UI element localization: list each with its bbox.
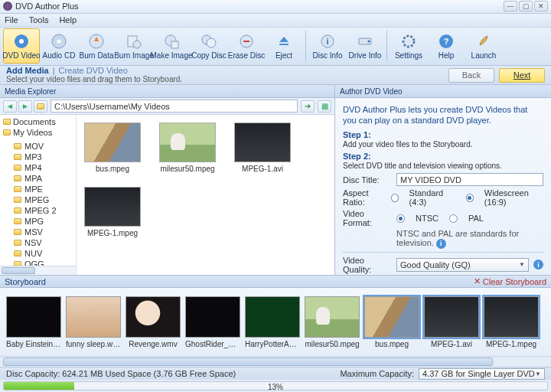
erase-disc-icon — [237, 32, 256, 51]
storyboard-item[interactable]: MPEG-1.mpeg — [484, 296, 539, 348]
thumbnail-label: milesur50.mpeg — [160, 165, 214, 173]
tool-dvd-video[interactable]: DVD Video — [3, 28, 40, 64]
storyboard-image — [424, 296, 479, 338]
tool-burn-image[interactable]: Burn Image — [116, 28, 152, 64]
go-button[interactable]: ➔ — [301, 100, 315, 113]
folder-icon — [14, 207, 21, 214]
toolbar: DVD Video Audio CD Burn Data Burn Image … — [0, 28, 551, 66]
storyboard-item[interactable]: Baby Einstein - Ba... — [6, 296, 61, 348]
tool-settings[interactable]: Settings — [390, 28, 427, 64]
radio-widescreen-label: Widescreen (16:9) — [484, 188, 543, 207]
tool-disc-info[interactable]: i Disc Info — [309, 28, 346, 64]
addmedia-bar: Add Media | Create DVD Video Select your… — [0, 66, 551, 86]
storyboard-scrollbar[interactable] — [0, 356, 551, 367]
tree-item[interactable]: MSV — [0, 227, 76, 237]
storyboard-label: MPEG-1.avi — [431, 340, 472, 348]
menu-file[interactable]: File — [5, 15, 18, 24]
progress-label: 13% — [268, 383, 283, 390]
info-icon[interactable]: i — [436, 239, 446, 249]
media-explorer-panel: Media Explorer ◄ ► C:\Users\Username\My … — [0, 85, 335, 275]
dvd-video-icon — [12, 32, 31, 51]
disc-title-input[interactable]: MY VIDEO DVD — [396, 173, 543, 186]
svg-rect-8 — [171, 41, 178, 48]
radio-ntsc[interactable] — [396, 214, 405, 223]
window-title: DVD Author Plus — [15, 2, 504, 11]
storyboard-item[interactable]: MPEG-1.avi — [424, 296, 479, 348]
storyboard-item[interactable]: Revenge.wmv — [126, 296, 181, 348]
next-button[interactable]: Next — [499, 68, 545, 83]
video-quality-select[interactable]: Good Quality (GQ)▼ — [396, 258, 529, 272]
aspect-ratio-label: Aspect Ratio: — [343, 188, 386, 207]
folder-icon — [14, 165, 21, 171]
chevron-down-icon: ▼ — [535, 371, 541, 377]
tool-launch[interactable]: Launch — [465, 28, 502, 64]
storyboard-item[interactable]: milesur50.mpeg — [305, 296, 360, 348]
menubar: File Tools Help — [0, 14, 551, 28]
thumbnail-item[interactable]: bus.mpeg — [83, 122, 142, 173]
thumbnail-item[interactable]: MPEG-1.avi — [233, 122, 292, 173]
storyboard-item[interactable]: bus.mpeg — [364, 296, 419, 348]
storyboard-item[interactable]: funny sleep.wmv — [66, 296, 121, 348]
storyboard-label: MPEG-1.mpeg — [486, 340, 536, 348]
thumbnail-label: bus.mpeg — [96, 165, 129, 173]
tree-item[interactable]: MOV — [0, 141, 76, 152]
radio-standard[interactable] — [391, 194, 399, 202]
tool-drive-info[interactable]: Drive Info — [347, 28, 383, 64]
tree-scrollbar[interactable] — [0, 266, 76, 275]
nav-up-button[interactable] — [34, 100, 47, 113]
panels: Media Explorer ◄ ► C:\Users\Username\My … — [0, 85, 551, 275]
tree-item[interactable]: MP3 — [0, 152, 76, 162]
tool-audio-cd[interactable]: Audio CD — [41, 28, 77, 64]
toolbar-separator — [305, 31, 306, 61]
tree-item[interactable]: MPA — [0, 173, 76, 184]
tree-my-videos[interactable]: My Videos — [3, 127, 73, 138]
tool-erase-disc[interactable]: Erase Disc — [228, 28, 265, 64]
svg-point-10 — [207, 38, 216, 47]
radio-widescreen[interactable] — [466, 194, 474, 202]
storyboard-image — [6, 296, 61, 338]
tool-copy-disc[interactable]: Copy Disc — [191, 28, 227, 64]
tool-eject[interactable]: Eject — [266, 28, 302, 64]
nav-fwd-button[interactable]: ► — [18, 100, 32, 113]
tree-item[interactable]: MPG — [0, 216, 76, 227]
status-bar: Disc Capacity: 624.21 MB Used Space (3.7… — [0, 367, 551, 380]
clear-storyboard-button[interactable]: ✕Clear Storyboard — [474, 276, 546, 286]
storyboard[interactable]: Baby Einstein - Ba...funny sleep.wmvReve… — [0, 288, 551, 356]
video-format-label: Video Format: — [343, 209, 392, 227]
radio-ntsc-label: NTSC — [416, 214, 439, 223]
thumbnail-item[interactable]: MPEG-1.mpeg — [83, 187, 142, 237]
storyboard-item[interactable]: HarryPotterAndTh... — [245, 296, 300, 348]
back-button[interactable]: Back — [448, 68, 494, 83]
menu-tools[interactable]: Tools — [29, 15, 49, 24]
folder-icon — [14, 229, 21, 235]
tool-make-image[interactable]: Make Image — [153, 28, 190, 64]
radio-pal[interactable] — [449, 214, 458, 223]
maximize-button[interactable]: ▢ — [519, 1, 533, 11]
tree-item[interactable]: MPEG — [0, 194, 76, 205]
tool-burn-data[interactable]: Burn Data — [78, 28, 115, 64]
close-button[interactable]: ✕ — [534, 1, 548, 11]
tool-help[interactable]: ? Help — [428, 28, 465, 64]
max-capacity-label: Maximum Capacity: — [340, 369, 414, 378]
minimize-button[interactable]: — — [504, 1, 517, 11]
tree-documents[interactable]: Documents — [3, 116, 73, 127]
tree-item[interactable]: MPEG 2 — [0, 205, 76, 216]
nav-back-button[interactable]: ◄ — [3, 100, 17, 113]
thumbnail-image — [159, 122, 216, 162]
tree-item[interactable]: MPE — [0, 184, 76, 194]
folder-icon — [3, 119, 11, 125]
max-capacity-select[interactable]: 4.37 GB for Single Layer DVD▼ — [419, 368, 545, 380]
burn-image-icon — [125, 32, 143, 51]
folder-tree[interactable]: Documents My Videos MOVMP3MP4MPAMPEMPEGM… — [0, 115, 77, 275]
info-icon[interactable]: i — [533, 260, 543, 270]
tree-item[interactable]: NUV — [0, 248, 76, 259]
thumbnail-item[interactable]: milesur50.mpeg — [158, 122, 217, 173]
view-mode-button[interactable]: ▦ — [318, 100, 331, 113]
path-input[interactable]: C:\Users\Username\My Videos — [51, 100, 298, 113]
storyboard-item[interactable]: GhostRider_Stan... — [185, 296, 240, 348]
path-nav: ◄ ► — [3, 100, 47, 113]
tree-item[interactable]: MP4 — [0, 162, 76, 173]
menu-help[interactable]: Help — [59, 15, 77, 24]
tree-item[interactable]: NSV — [0, 237, 76, 248]
folder-icon — [14, 143, 21, 149]
